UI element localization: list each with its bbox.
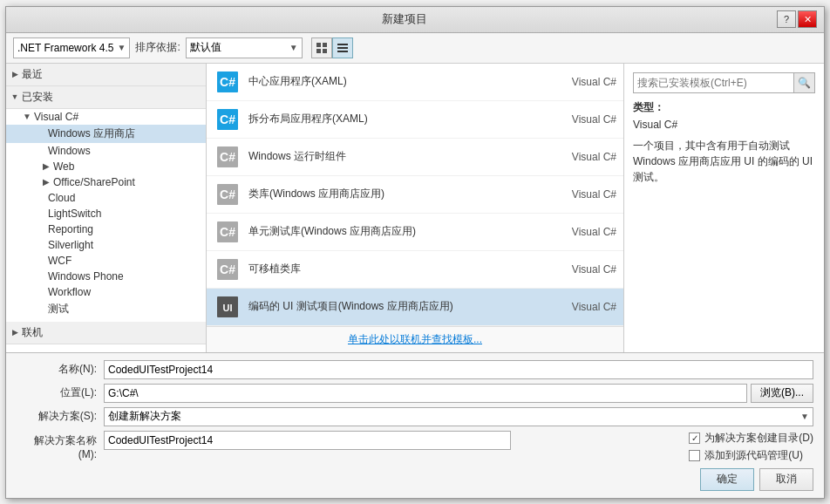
browse-button[interactable]: 浏览(B)... (751, 384, 813, 403)
type-value: Visual C# (633, 119, 815, 131)
template-icon-1: C# (214, 106, 242, 133)
online-templates-link[interactable]: 单击此处以联机并查找模板... (207, 326, 623, 352)
type-label: 类型： (633, 100, 815, 115)
help-button[interactable]: ? (777, 10, 796, 28)
template-item-4[interactable]: C# 单元测试库(Windows 应用商店应用) Visual C# (207, 214, 623, 251)
template-item-6[interactable]: UI 编码的 UI 测试项目(Windows 应用商店应用) Visual C# (207, 289, 623, 326)
location-input[interactable] (104, 384, 747, 403)
solution-combo[interactable]: 创建新解决方案 ▼ (104, 407, 813, 426)
svg-text:C#: C# (220, 75, 235, 89)
add-source-checkbox[interactable] (689, 450, 700, 461)
recent-section[interactable]: ▶ 最近 (6, 64, 206, 86)
template-icon-2: C# (214, 143, 242, 171)
framework-select[interactable]: .NET Framework 4.5 ▼ (13, 37, 130, 58)
sidebar-item-workflow[interactable]: Workflow (6, 284, 206, 300)
template-name-4: 单元测试库(Windows 应用商店应用) (248, 224, 547, 239)
sidebar-item-test[interactable]: 测试 (6, 300, 206, 318)
create-dir-checkbox[interactable] (689, 432, 700, 444)
template-lang-3: Visual C# (547, 188, 616, 201)
location-label: 位置(L): (17, 385, 104, 400)
search-button[interactable]: 🔍 (793, 73, 814, 92)
sidebar-item-cloud[interactable]: Cloud (6, 190, 206, 206)
framework-label: .NET Framework 4.5 (17, 42, 113, 54)
cancel-button[interactable]: 取消 (759, 468, 813, 491)
sidebar-item-silverlight[interactable]: Silverlight (6, 237, 206, 253)
search-input[interactable] (634, 73, 793, 92)
lianji-expand-icon: ▶ (8, 325, 22, 339)
sidebar-item-web[interactable]: ▶ Web (6, 159, 206, 174)
new-project-dialog: 新建项目 ? ✕ .NET Framework 4.5 ▼ 排序依据: 默认值 … (5, 6, 825, 499)
solution-name-input[interactable] (104, 431, 511, 450)
template-icon-6: UI (214, 293, 242, 321)
sidebar-item-windows-store[interactable]: Windows 应用商店 (6, 125, 206, 143)
svg-text:C#: C# (220, 262, 235, 276)
template-name-0: 中心应用程序(XAML) (248, 74, 547, 89)
installed-section[interactable]: ▼ 已安装 (6, 86, 206, 109)
tree: ▶ 最近 ▼ 已安装 ▼ Visual C# Windows 应用商店 (6, 64, 206, 352)
template-lang-0: Visual C# (547, 76, 616, 88)
recent-expand-icon: ▶ (8, 67, 22, 81)
template-item-2[interactable]: C# Windows 运行时组件 Visual C# (207, 139, 623, 176)
sidebar-item-reporting[interactable]: Reporting (6, 221, 206, 237)
svg-rect-2 (316, 49, 321, 53)
template-item-0[interactable]: C# 中心应用程序(XAML) Visual C# (207, 64, 623, 101)
grid-view-button[interactable] (311, 37, 332, 58)
template-item-5[interactable]: C# 可移植类库 Visual C# (207, 251, 623, 289)
solution-combo-arrow: ▼ (800, 412, 809, 421)
solution-value: 创建新解决方案 (108, 409, 181, 424)
csharp-expand-icon: ▼ (20, 112, 34, 121)
create-dir-checkbox-row[interactable]: 为解决方案创建目录(D) (689, 431, 813, 446)
search-icon: 🔍 (798, 77, 811, 89)
workflow-label: Workflow (48, 286, 91, 298)
bottom-form: 名称(N): 位置(L): 浏览(B)... 解决方案(S): 创建新解决方案 … (6, 352, 824, 498)
template-item-1[interactable]: C# 拆分布局应用程序(XAML) Visual C# (207, 101, 623, 139)
installed-expand-icon: ▼ (8, 90, 22, 104)
svg-text:C#: C# (220, 225, 235, 239)
template-name-5: 可移植类库 (248, 262, 547, 276)
sidebar-item-windows-phone[interactable]: Windows Phone (6, 269, 206, 284)
template-item-3[interactable]: C# 类库(Windows 应用商店应用) Visual C# (207, 176, 623, 214)
location-field-group: 浏览(B)... (104, 384, 813, 403)
windows-phone-label: Windows Phone (48, 270, 124, 283)
main-content: ▶ 最近 ▼ 已安装 ▼ Visual C# Windows 应用商店 (6, 64, 824, 352)
view-buttons (311, 37, 353, 58)
right-panel: 🔍 类型： Visual C# 一个项目，其中含有用于自动测试 Windows … (623, 64, 824, 352)
add-source-label: 添加到源代码管理(U) (704, 448, 803, 463)
web-label: Web (53, 160, 74, 173)
sidebar-item-wcf[interactable]: WCF (6, 253, 206, 269)
description-text: 一个项目，其中含有用于自动测试 Windows 应用商店应用 UI 的编码的 U… (633, 138, 815, 185)
sidebar-item-office[interactable]: ▶ Office/SharePoint (6, 174, 206, 190)
template-lang-2: Visual C# (547, 151, 616, 163)
checkboxes: 为解决方案创建目录(D) 添加到源代码管理(U) (689, 431, 813, 463)
svg-rect-3 (323, 49, 327, 53)
sidebar-item-windows[interactable]: Windows (6, 143, 206, 159)
svg-rect-6 (337, 51, 348, 52)
list-view-button[interactable] (332, 37, 353, 58)
svg-rect-4 (337, 44, 348, 45)
name-row: 名称(N): (17, 360, 813, 379)
svg-text:C#: C# (220, 187, 235, 201)
web-expand-icon: ▶ (39, 161, 53, 171)
office-label: Office/SharePoint (53, 176, 135, 188)
sort-label: 排序依据: (135, 40, 180, 55)
silverlight-label: Silverlight (48, 239, 93, 251)
close-button[interactable]: ✕ (798, 10, 817, 28)
template-lang-1: Visual C# (547, 113, 616, 126)
template-lang-5: Visual C# (547, 263, 616, 276)
visual-csharp-node[interactable]: ▼ Visual C# (6, 109, 206, 125)
sort-select[interactable]: 默认值 ▼ (186, 37, 303, 58)
template-icon-3: C# (214, 180, 242, 208)
template-icon-0: C# (214, 68, 242, 96)
name-input[interactable] (104, 360, 813, 379)
name-label: 名称(N): (17, 362, 104, 377)
ok-button[interactable]: 确定 (700, 468, 754, 491)
toolbar: .NET Framework 4.5 ▼ 排序依据: 默认值 ▼ (6, 33, 824, 64)
sidebar-item-lightswitch[interactable]: LightSwitch (6, 206, 206, 221)
lianji-section[interactable]: ▶ 联机 (6, 322, 206, 344)
solution-name-label: 解决方案名称(M): (17, 433, 104, 460)
title-bar-buttons: ? ✕ (777, 10, 817, 28)
template-name-6: 编码的 UI 测试项目(Windows 应用商店应用) (248, 299, 547, 314)
add-source-checkbox-row[interactable]: 添加到源代码管理(U) (689, 448, 813, 463)
search-box[interactable]: 🔍 (633, 72, 815, 93)
cloud-label: Cloud (48, 192, 75, 204)
